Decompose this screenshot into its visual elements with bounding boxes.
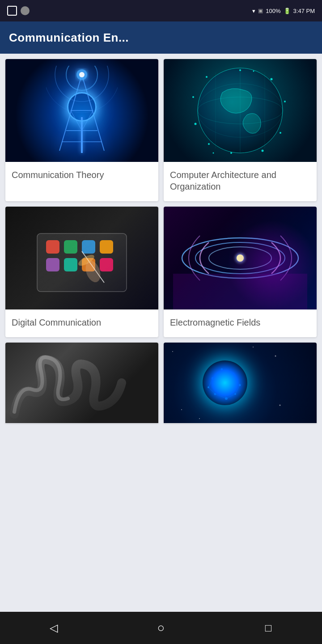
card-partial-5[interactable] xyxy=(5,343,158,423)
battery-text: 100% xyxy=(266,8,280,14)
sphere-glow xyxy=(203,360,247,405)
tablet-svg xyxy=(15,207,149,309)
card-image-electromagnetic-fields xyxy=(164,207,317,309)
svg-point-21 xyxy=(192,96,194,98)
nav-back-icon: ◁ xyxy=(50,622,58,634)
card-image-communication-theory xyxy=(5,59,158,162)
card-label-digital-communication: Digital Communication xyxy=(5,309,158,337)
svg-point-68 xyxy=(275,356,276,357)
svg-rect-32 xyxy=(64,240,77,254)
svg-point-14 xyxy=(271,78,273,80)
svg-point-8 xyxy=(79,72,85,77)
globe-svg xyxy=(182,61,298,160)
card-image-digital-communication xyxy=(5,207,158,309)
app-bar: Communication En... xyxy=(0,21,322,54)
svg-rect-36 xyxy=(64,258,77,271)
svg-rect-31 xyxy=(46,240,59,254)
status-bar-right: ▾ ▣ 100% 🔋 3:47 PM xyxy=(252,8,315,14)
svg-point-23 xyxy=(253,71,254,72)
signal-icon: ▣ xyxy=(258,8,263,14)
card-label-communication-theory: Communication Theory xyxy=(5,162,158,190)
svg-line-6 xyxy=(82,110,93,131)
svg-rect-33 xyxy=(82,240,95,254)
app-title: Communication En... xyxy=(9,31,129,45)
card-grid: Communication Theory xyxy=(5,59,317,337)
card-digital-communication[interactable]: Digital Communication xyxy=(5,207,158,337)
svg-rect-38 xyxy=(100,258,113,271)
nav-back-button[interactable]: ◁ xyxy=(36,617,72,639)
notification-icon xyxy=(7,6,17,16)
card-partial-6[interactable] xyxy=(164,343,317,423)
nav-recents-icon: □ xyxy=(265,622,272,634)
svg-point-70 xyxy=(181,409,182,410)
wifi-icon: ▾ xyxy=(252,8,255,14)
card-label-electromagnetic-fields: Electromagnetic Fields xyxy=(164,309,317,337)
coil-svg xyxy=(5,343,131,423)
nav-recents-button[interactable]: □ xyxy=(250,617,286,639)
nav-home-icon: ○ xyxy=(157,621,165,635)
card-image-partial-5 xyxy=(5,343,158,423)
svg-point-22 xyxy=(206,76,208,78)
svg-point-19 xyxy=(208,143,210,145)
nav-bar: ◁ ○ □ xyxy=(0,612,322,644)
svg-point-72 xyxy=(199,418,200,419)
em-purple-glow xyxy=(227,220,317,309)
svg-point-16 xyxy=(280,132,281,134)
card-electromagnetic-fields[interactable]: Electromagnetic Fields xyxy=(164,207,317,337)
svg-point-20 xyxy=(195,123,197,125)
battery-icon: 🔋 xyxy=(284,8,291,14)
svg-rect-34 xyxy=(100,240,113,254)
card-computer-architecture[interactable]: Computer Architecture and Organization xyxy=(164,59,317,201)
card-communication-theory[interactable]: Communication Theory xyxy=(5,59,158,201)
card-image-partial-6 xyxy=(164,343,317,423)
svg-point-69 xyxy=(253,347,254,347)
status-bar: ▾ ▣ 100% 🔋 3:47 PM xyxy=(0,0,322,21)
svg-point-17 xyxy=(262,150,264,152)
card-label-computer-architecture: Computer Architecture and Organization xyxy=(164,162,317,201)
svg-point-67 xyxy=(172,351,173,352)
main-content: Communication Theory xyxy=(0,54,322,612)
sync-icon xyxy=(21,6,30,15)
svg-point-24 xyxy=(213,153,214,154)
tower-svg xyxy=(46,66,118,155)
svg-point-71 xyxy=(280,405,281,406)
svg-point-18 xyxy=(230,152,232,154)
bottom-cards xyxy=(5,343,317,423)
time-display: 3:47 PM xyxy=(293,8,315,14)
svg-line-5 xyxy=(71,110,82,131)
svg-rect-35 xyxy=(46,258,59,271)
card-image-computer-architecture xyxy=(164,59,317,162)
status-bar-left xyxy=(7,6,30,16)
svg-point-15 xyxy=(284,101,286,102)
nav-home-button[interactable]: ○ xyxy=(143,617,179,639)
